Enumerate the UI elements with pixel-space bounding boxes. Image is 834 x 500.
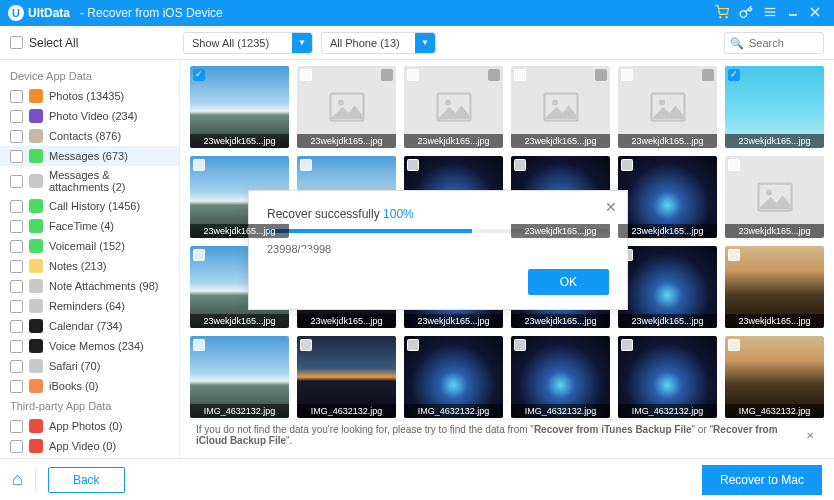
sidebar-item[interactable]: Messages (673) [0,146,179,166]
thumbnail[interactable]: IMG_4632132.jpg [404,336,503,418]
sidebar-item[interactable]: Messages & attachments (2) [0,166,179,196]
thumb-checkbox[interactable] [514,339,526,351]
sidebar-item[interactable]: Voicemail (152) [0,236,179,256]
thumbnail[interactable]: 23wekjdk165...jpg [618,66,717,148]
back-button[interactable]: Back [48,467,125,493]
sidebar-item[interactable]: iBooks (0) [0,376,179,396]
sidebar-item[interactable]: Note Attachments (98) [0,276,179,296]
thumbnail[interactable]: 23wekjdk165...jpg [404,66,503,148]
item-checkbox[interactable] [10,110,23,123]
thumb-checkbox[interactable] [728,249,740,261]
item-checkbox[interactable] [10,90,23,103]
thumbnail[interactable]: IMG_4632132.jpg [297,336,396,418]
item-checkbox[interactable] [10,175,23,188]
item-checkbox[interactable] [10,200,23,213]
thumbnail[interactable]: IMG_4632132.jpg [511,336,610,418]
item-checkbox[interactable] [10,380,23,393]
thumb-checkbox[interactable] [514,249,526,261]
thumbnail[interactable]: IMG_4632132.jpg [190,336,289,418]
thumb-checkbox[interactable] [621,339,633,351]
thumb-checkbox[interactable] [728,69,740,81]
thumb-checkbox[interactable] [193,249,205,261]
thumb-checkbox[interactable] [193,339,205,351]
thumbnail[interactable]: 23wekjdk165...jpg [297,66,396,148]
thumb-checkbox[interactable] [407,159,419,171]
thumbnail[interactable]: 23wekjdk165...jpg [725,66,824,148]
item-checkbox[interactable] [10,320,23,333]
thumb-checkbox[interactable] [193,159,205,171]
app-icon [29,129,43,143]
item-checkbox[interactable] [10,360,23,373]
menu-icon[interactable] [763,5,777,22]
recover-button[interactable]: Recover to Mac [702,465,822,495]
thumb-checkbox[interactable] [193,69,205,81]
key-icon[interactable] [739,5,753,22]
item-checkbox[interactable] [10,220,23,233]
select-all[interactable]: Select All [10,36,175,50]
sidebar-item[interactable]: Reminders (64) [0,296,179,316]
item-checkbox[interactable] [10,130,23,143]
filter-device-dropdown[interactable]: All Phone (13) ▼ [321,32,436,54]
app-icon [29,419,43,433]
sidebar-item[interactable]: Voice Memos (234) [0,336,179,356]
select-all-checkbox[interactable] [10,36,23,49]
thumbnail[interactable]: IMG_4632132.jpg [618,336,717,418]
item-checkbox[interactable] [10,300,23,313]
sidebar-item-label: Photo Video (234) [49,110,137,122]
thumbnail[interactable]: IMG_4632132.jpg [725,336,824,418]
sidebar-item[interactable]: Photos (13435) [0,86,179,106]
help-close-icon[interactable]: ✕ [802,430,818,441]
thumb-checkbox[interactable] [621,159,633,171]
thumb-checkbox[interactable] [621,69,633,81]
filter-type-dropdown[interactable]: Show All (1235) ▼ [183,32,313,54]
thumb-caption: 23wekjdk165...jpg [511,134,610,148]
sidebar-item[interactable]: Call History (1456) [0,196,179,216]
thumbnail[interactable]: 23wekjdk165...jpg [190,66,289,148]
minimize-icon[interactable] [787,6,799,21]
help-link-itunes[interactable]: Recover from iTunes Backup File [534,424,692,435]
sidebar-item[interactable]: FaceTime (4) [0,216,179,236]
item-checkbox[interactable] [10,420,23,433]
thumb-checkbox[interactable] [514,159,526,171]
modal-close-icon[interactable]: ✕ [605,199,617,215]
cart-icon[interactable] [715,5,729,22]
chevron-down-icon[interactable]: ▼ [415,33,435,53]
thumb-caption: 23wekjdk165...jpg [725,224,824,238]
sidebar-item[interactable]: Calendar (734) [0,316,179,336]
sidebar-item-label: Messages (673) [49,150,128,162]
home-icon[interactable]: ⌂ [12,469,23,490]
thumb-checkbox[interactable] [300,159,312,171]
ok-button[interactable]: OK [528,269,609,295]
thumbnail[interactable]: 23wekjdk165...jpg [618,156,717,238]
sidebar-item[interactable]: Safari (70) [0,356,179,376]
thumb-checkbox[interactable] [407,249,419,261]
sidebar-item[interactable]: Notes (213) [0,256,179,276]
thumb-checkbox[interactable] [728,339,740,351]
modal-message: Recover successfully 100% [267,207,609,221]
sidebar-item[interactable]: App Video (0) [0,436,179,456]
item-checkbox[interactable] [10,440,23,453]
thumb-checkbox[interactable] [514,69,526,81]
thumb-checkbox[interactable] [728,159,740,171]
thumbnail[interactable]: 23wekjdk165...jpg [725,246,824,328]
sidebar-item[interactable]: Contacts (876) [0,126,179,146]
item-checkbox[interactable] [10,150,23,163]
thumb-checkbox[interactable] [300,249,312,261]
close-icon[interactable] [809,6,821,21]
sidebar-item[interactable]: App Photos (0) [0,416,179,436]
thumb-checkbox[interactable] [300,69,312,81]
item-checkbox[interactable] [10,340,23,353]
thumb-checkbox[interactable] [621,249,633,261]
item-checkbox[interactable] [10,260,23,273]
thumb-checkbox[interactable] [300,339,312,351]
modal-percent: 100% [383,207,414,221]
thumb-checkbox[interactable] [407,69,419,81]
chevron-down-icon[interactable]: ▼ [292,33,312,53]
item-checkbox[interactable] [10,240,23,253]
thumbnail[interactable]: 23wekjdk165...jpg [725,156,824,238]
item-checkbox[interactable] [10,280,23,293]
thumbnail[interactable]: 23wekjdk165...jpg [618,246,717,328]
thumbnail[interactable]: 23wekjdk165...jpg [511,66,610,148]
sidebar-item[interactable]: Photo Video (234) [0,106,179,126]
thumb-checkbox[interactable] [407,339,419,351]
